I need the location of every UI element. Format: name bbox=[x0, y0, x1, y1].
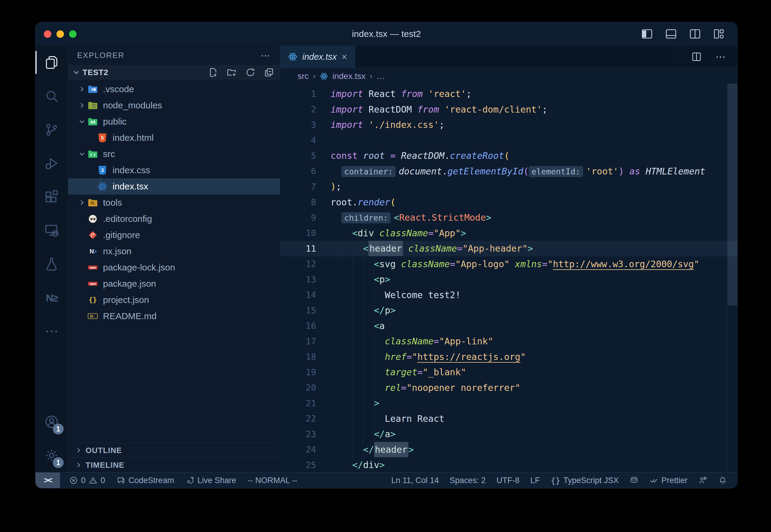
tree-item-public[interactable]: public bbox=[68, 113, 280, 130]
activity-accounts[interactable]: 1 bbox=[35, 405, 68, 439]
svg-text:5: 5 bbox=[101, 135, 104, 141]
tree-item-project.json[interactable]: {}project.json bbox=[68, 292, 280, 308]
activity-extensions[interactable] bbox=[35, 180, 68, 214]
file-label: nx.json bbox=[103, 246, 132, 256]
code-editor[interactable]: 1import React from 'react';2import React… bbox=[280, 84, 737, 472]
svg-text:npm: npm bbox=[89, 282, 96, 286]
status-problems[interactable]: 00 bbox=[69, 476, 105, 485]
code-line-15[interactable]: 15 </p> bbox=[280, 303, 737, 318]
tree-item-tools[interactable]: tools bbox=[68, 195, 280, 211]
status-encoding[interactable]: UTF-8 bbox=[497, 476, 520, 485]
activity-search[interactable] bbox=[35, 79, 68, 113]
code-line-24[interactable]: 24 </header> bbox=[280, 442, 737, 458]
code-line-22[interactable]: 22 Learn React bbox=[280, 411, 737, 427]
timeline-section[interactable]: TIMELINE bbox=[68, 458, 280, 472]
status-eol[interactable]: LF bbox=[530, 476, 540, 485]
new-file-icon[interactable] bbox=[208, 67, 219, 78]
status-indentation[interactable]: Spaces: 2 bbox=[450, 476, 486, 485]
activity-explorer[interactable] bbox=[35, 46, 68, 79]
code-line-5[interactable]: 5const root = ReactDOM.createRoot( bbox=[280, 148, 737, 164]
status-prettier[interactable]: Prettier bbox=[649, 476, 688, 485]
code-line-19[interactable]: 19 target="_blank" bbox=[280, 364, 737, 380]
file-git-icon bbox=[87, 230, 98, 240]
code-line-1[interactable]: 1import React from 'react'; bbox=[280, 86, 737, 102]
code-line-7[interactable]: 7); bbox=[280, 179, 737, 195]
explorer-sidebar: EXPLORER ⋯ TEST2 .vscodeJSnode_modulespu… bbox=[68, 46, 280, 472]
status-cursor-position[interactable]: Ln 11, Col 14 bbox=[391, 476, 439, 485]
refresh-icon[interactable] bbox=[245, 67, 256, 78]
activity-nx-console[interactable]: N≥ bbox=[35, 281, 68, 315]
code-line-16[interactable]: 16 <a bbox=[280, 318, 737, 334]
activity-remote-explorer[interactable] bbox=[35, 214, 68, 247]
line-number: 25 bbox=[280, 460, 316, 470]
code-line-6[interactable]: 6 container:document.getElementById(elem… bbox=[280, 164, 737, 179]
status-vim-mode[interactable]: -- NORMAL -- bbox=[248, 476, 297, 485]
tree-item-src[interactable]: src bbox=[68, 146, 280, 162]
tree-item-.editorconfig[interactable]: .editorconfig bbox=[68, 211, 280, 227]
close-tab-icon[interactable]: × bbox=[341, 52, 347, 62]
scrollbar-thumb[interactable] bbox=[727, 84, 737, 305]
code-line-10[interactable]: 10 <div className="App"> bbox=[280, 225, 737, 241]
status-live-share[interactable]: Live Share bbox=[186, 476, 236, 485]
activity-additional-views[interactable] bbox=[35, 315, 68, 348]
toggle-panel-icon[interactable] bbox=[665, 28, 677, 40]
close-window-button[interactable] bbox=[44, 30, 51, 38]
breadcrumb-item[interactable]: index.tsx bbox=[332, 71, 366, 81]
line-number: 11 bbox=[280, 243, 316, 254]
outline-section[interactable]: OUTLINE bbox=[68, 443, 280, 458]
status-language-mode[interactable]: {}TypeScript JSX bbox=[551, 476, 619, 485]
breadcrumb-separator: › bbox=[313, 71, 316, 81]
code-line-17[interactable]: 17 className="App-link" bbox=[280, 334, 737, 349]
tree-item-node_modules[interactable]: JSnode_modules bbox=[68, 97, 280, 113]
tree-item-README.md[interactable]: M↓README.md bbox=[68, 308, 280, 324]
tree-item-nx.json[interactable]: Nnx.json bbox=[68, 243, 280, 259]
activity-run-and-debug[interactable] bbox=[35, 147, 68, 180]
new-folder-icon[interactable] bbox=[226, 67, 237, 78]
tree-item-index.html[interactable]: 5index.html bbox=[68, 130, 280, 146]
editor-scrollbar[interactable] bbox=[727, 84, 737, 472]
tree-item-.vscode[interactable]: .vscode bbox=[68, 81, 280, 97]
tree-item-index.tsx[interactable]: index.tsx bbox=[68, 178, 280, 195]
code-line-18[interactable]: 18 href="https://reactjs.org" bbox=[280, 349, 737, 365]
tree-item-package-lock.json[interactable]: npmpackage-lock.json bbox=[68, 259, 280, 276]
activity-settings[interactable]: 1 bbox=[35, 439, 68, 472]
explorer-more-icon[interactable]: ⋯ bbox=[261, 50, 271, 61]
status-notifications[interactable] bbox=[718, 476, 727, 485]
code-line-23[interactable]: 23 </a> bbox=[280, 426, 737, 442]
code-line-11[interactable]: 11 <header className="App-header"> bbox=[280, 241, 737, 256]
code-line-8[interactable]: 8root.render( bbox=[280, 195, 737, 210]
activity-testing[interactable] bbox=[35, 247, 68, 281]
folder-src-icon bbox=[87, 149, 98, 159]
tab-index-tsx[interactable]: index.tsx × bbox=[280, 46, 355, 68]
code-line-25[interactable]: 25 </div> bbox=[280, 457, 737, 472]
breadcrumb-item[interactable]: src bbox=[298, 71, 309, 81]
toggle-secondary-sidebar-icon[interactable] bbox=[689, 28, 701, 40]
collapse-all-icon[interactable] bbox=[264, 67, 274, 78]
more-actions-icon[interactable]: ⋯ bbox=[715, 51, 727, 63]
status-feedback[interactable] bbox=[698, 476, 707, 485]
minimize-window-button[interactable] bbox=[56, 30, 64, 38]
code-line-3[interactable]: 3import './index.css'; bbox=[280, 117, 737, 133]
zoom-window-button[interactable] bbox=[69, 30, 77, 38]
customize-layout-icon[interactable] bbox=[713, 28, 725, 40]
chevron-right-icon bbox=[78, 101, 86, 110]
breadcrumb-item[interactable]: … bbox=[376, 71, 385, 81]
code-line-4[interactable]: 4 bbox=[280, 133, 737, 148]
status-codestream[interactable]: CodeStream bbox=[116, 476, 174, 485]
code-line-12[interactable]: 12 <svg className="App-logo" xmlns="http… bbox=[280, 256, 737, 272]
code-line-20[interactable]: 20 rel="noopener noreferrer" bbox=[280, 380, 737, 396]
activity-source-control[interactable] bbox=[35, 113, 68, 147]
split-editor-icon[interactable] bbox=[691, 51, 702, 62]
remote-indicator[interactable]: >< bbox=[35, 473, 60, 488]
toggle-sidebar-icon[interactable] bbox=[641, 28, 653, 40]
status-copilot[interactable] bbox=[630, 476, 639, 485]
code-line-21[interactable]: 21 > bbox=[280, 395, 737, 411]
tree-item-.gitignore[interactable]: .gitignore bbox=[68, 227, 280, 243]
code-line-2[interactable]: 2import ReactDOM from 'react-dom/client'… bbox=[280, 102, 737, 117]
project-section-header[interactable]: TEST2 bbox=[68, 65, 280, 80]
code-line-14[interactable]: 14 Welcome test2! bbox=[280, 287, 737, 303]
tree-item-package.json[interactable]: npmpackage.json bbox=[68, 276, 280, 292]
code-line-9[interactable]: 9 children:<React.StrictMode> bbox=[280, 210, 737, 225]
code-line-13[interactable]: 13 <p> bbox=[280, 272, 737, 287]
tree-item-index.css[interactable]: 3index.css bbox=[68, 162, 280, 178]
